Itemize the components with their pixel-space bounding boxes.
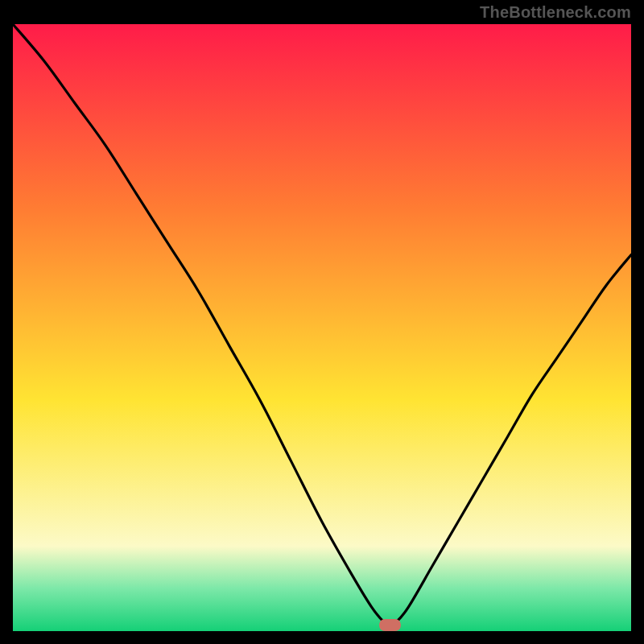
attribution-text: TheBottleneck.com — [480, 3, 631, 22]
gradient-rect — [13, 24, 631, 631]
chart-frame — [13, 24, 631, 631]
optimum-marker — [379, 619, 401, 631]
bottleneck-chart — [13, 24, 631, 631]
